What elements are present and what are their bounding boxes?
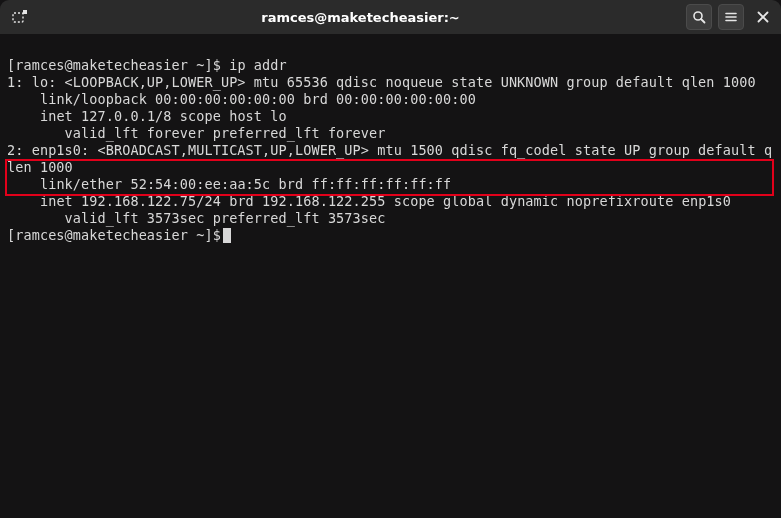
hamburger-icon <box>724 10 738 24</box>
search-icon <box>692 10 706 24</box>
new-tab-button[interactable] <box>5 4 35 30</box>
svg-line-3 <box>701 19 705 23</box>
output-line: inet 127.0.0.1/8 scope host lo <box>7 108 777 125</box>
text-cursor <box>223 228 231 243</box>
window-titlebar: ramces@maketecheasier:~ <box>0 0 781 34</box>
close-button[interactable] <box>750 4 776 30</box>
output-line: link/ether 52:54:00:ee:aa:5c brd ff:ff:f… <box>7 176 777 193</box>
prompt: [ramces@maketecheasier ~]$ <box>7 57 229 73</box>
window-title: ramces@maketecheasier:~ <box>39 9 682 26</box>
output-line: link/loopback 00:00:00:00:00:00 brd 00:0… <box>7 91 777 108</box>
output-line: 1: lo: <LOOPBACK,UP,LOWER_UP> mtu 65536 … <box>7 74 777 91</box>
svg-rect-0 <box>13 13 23 22</box>
output-line-highlighted: 2: enp1s0: <BROADCAST,MULTICAST,UP,LOWER… <box>7 142 777 176</box>
output-line: inet 192.168.122.75/24 brd 192.168.122.2… <box>7 193 777 210</box>
close-icon <box>757 11 769 23</box>
search-button[interactable] <box>686 4 712 30</box>
prompt-line: [ramces@maketecheasier ~]$ ip addr <box>7 57 777 74</box>
output-line: valid_lft forever preferred_lft forever <box>7 125 777 142</box>
command-text: ip addr <box>229 57 287 73</box>
prompt-line-empty: [ramces@maketecheasier ~]$ <box>7 227 777 244</box>
terminal-new-tab-icon <box>12 9 28 25</box>
menu-button[interactable] <box>718 4 744 30</box>
prompt: [ramces@maketecheasier ~]$ <box>7 227 221 243</box>
output-line: valid_lft 3573sec preferred_lft 3573sec <box>7 210 777 227</box>
terminal-viewport[interactable]: [ramces@maketecheasier ~]$ ip addr1: lo:… <box>0 34 781 278</box>
svg-rect-1 <box>23 10 27 14</box>
